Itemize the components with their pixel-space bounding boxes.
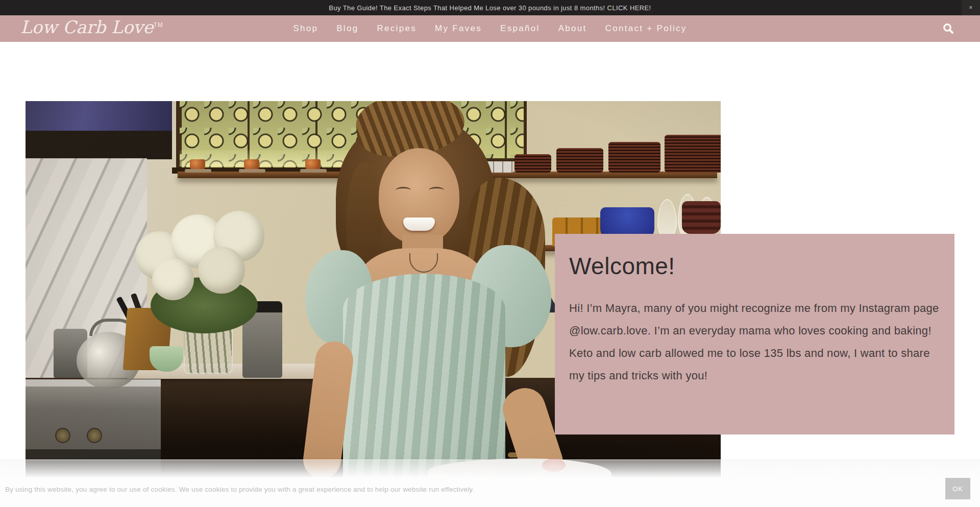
nav-item-about[interactable]: About <box>558 23 587 34</box>
stove-knob <box>87 428 102 443</box>
range-hood <box>26 101 172 133</box>
nav-menu: Shop Blog Recipes My Faves Español About… <box>0 15 980 42</box>
cookie-message: By using this website, you agree to our … <box>5 486 474 493</box>
nav-item-espanol[interactable]: Español <box>500 23 540 34</box>
main-navbar: Low Carb LoveTM Shop Blog Recipes My Fav… <box>0 15 980 42</box>
nav-item-my-faves[interactable]: My Faves <box>435 23 482 34</box>
nav-item-recipes[interactable]: Recipes <box>377 23 416 34</box>
range-hood-underside <box>26 131 172 159</box>
saucer <box>239 169 265 173</box>
saucer <box>185 169 211 173</box>
woman-eye-left <box>396 187 411 194</box>
nav-item-contact-policy[interactable]: Contact + Policy <box>605 23 687 34</box>
woven-basket <box>682 201 721 234</box>
saucer <box>300 169 327 173</box>
wine-glass <box>657 199 677 239</box>
stove-knob <box>55 428 70 443</box>
promo-banner-text[interactable]: Buy The Guide! The Exact Steps That Help… <box>329 4 651 12</box>
plate-stack <box>665 135 721 173</box>
cookie-ok-button[interactable]: OK <box>945 478 970 499</box>
welcome-body-text: Hi! I’m Mayra, many of you might recogni… <box>569 297 940 387</box>
nav-item-blog[interactable]: Blog <box>336 23 358 34</box>
woman-eye-right <box>429 187 444 194</box>
close-icon: × <box>969 4 972 11</box>
welcome-heading: Welcome! <box>569 252 954 280</box>
promo-close-button[interactable]: × <box>962 0 980 15</box>
dress-bodice <box>343 274 505 477</box>
plate-stack <box>608 142 660 173</box>
hydrangea-bloom <box>198 247 245 294</box>
search-icon[interactable] <box>942 22 954 35</box>
welcome-panel: Welcome! Hi! I’m Mayra, many of you migh… <box>555 234 954 434</box>
nav-item-shop[interactable]: Shop <box>293 23 318 34</box>
plate-stack <box>514 154 551 173</box>
cookie-consent-bar: By using this website, you agree to our … <box>0 460 980 507</box>
hydrangea-bloom <box>152 258 194 300</box>
promo-banner: Buy The Guide! The Exact Steps That Help… <box>0 0 980 15</box>
woman-smile <box>403 218 435 231</box>
plate-stack <box>556 148 603 173</box>
